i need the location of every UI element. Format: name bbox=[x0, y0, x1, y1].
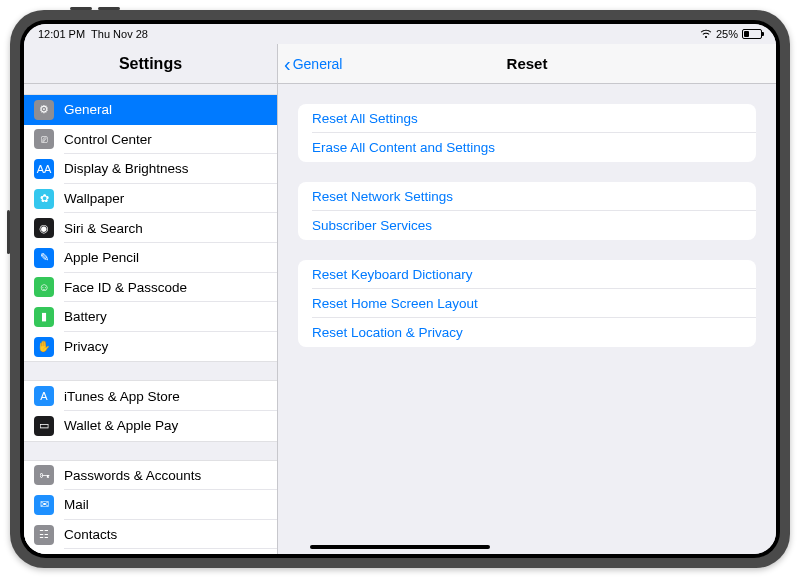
privacy-icon: ✋ bbox=[34, 337, 54, 357]
sidebar-item-contacts[interactable]: ☷Contacts bbox=[24, 520, 277, 550]
sidebar-item-label: Display & Brightness bbox=[64, 161, 189, 176]
battery-icon bbox=[742, 29, 762, 39]
sidebar-item-label: Apple Pencil bbox=[64, 250, 139, 265]
sidebar-item-label: General bbox=[64, 102, 112, 117]
back-label: General bbox=[293, 56, 343, 72]
control-center-icon: ⎚ bbox=[34, 129, 54, 149]
chevron-left-icon: ‹ bbox=[284, 54, 291, 74]
reset-option-reset-network-settings[interactable]: Reset Network Settings bbox=[298, 182, 756, 211]
wallpaper-icon: ✿ bbox=[34, 189, 54, 209]
sidebar-item-label: Contacts bbox=[64, 527, 117, 542]
detail-title: Reset bbox=[278, 55, 776, 72]
mail-icon: ✉ bbox=[34, 495, 54, 515]
contacts-icon: ☷ bbox=[34, 525, 54, 545]
volume-down-hw bbox=[98, 7, 120, 10]
faceid-icon: ☺ bbox=[34, 277, 54, 297]
reset-option-erase-all-content-and-settings[interactable]: Erase All Content and Settings bbox=[298, 133, 756, 162]
sidebar-list[interactable]: ⚙︎General⎚Control CenterAADisplay & Brig… bbox=[24, 84, 277, 554]
sidebar-item-privacy[interactable]: ✋Privacy bbox=[24, 332, 277, 362]
reset-option-reset-all-settings[interactable]: Reset All Settings bbox=[298, 104, 756, 133]
sidebar-item-label: Privacy bbox=[64, 339, 108, 354]
sidebar-item-passwords[interactable]: 🗝Passwords & Accounts bbox=[24, 461, 277, 491]
sidebar-item-label: Battery bbox=[64, 309, 107, 324]
home-indicator[interactable] bbox=[310, 545, 490, 549]
detail-pane: ‹ General Reset Reset All SettingsErase … bbox=[278, 44, 776, 554]
siri-icon: ◉ bbox=[34, 218, 54, 238]
status-right: 25% bbox=[700, 28, 762, 40]
sidebar-item-general[interactable]: ⚙︎General bbox=[24, 95, 277, 125]
sidebar-item-calendar[interactable]: ▭Calendar bbox=[24, 549, 277, 554]
sidebar-item-label: Wallet & Apple Pay bbox=[64, 418, 178, 433]
detail-navbar: ‹ General Reset bbox=[278, 44, 776, 84]
sidebar-item-label: Face ID & Passcode bbox=[64, 280, 187, 295]
sidebar-item-battery[interactable]: ▮Battery bbox=[24, 302, 277, 332]
sidebar-item-label: Mail bbox=[64, 497, 89, 512]
sidebar-item-label: Wallpaper bbox=[64, 191, 124, 206]
passwords-icon: 🗝 bbox=[34, 465, 54, 485]
wallet-icon: ▭ bbox=[34, 416, 54, 436]
sidebar-item-wallet[interactable]: ▭Wallet & Apple Pay bbox=[24, 411, 277, 441]
general-icon: ⚙︎ bbox=[34, 100, 54, 120]
status-battery-pct: 25% bbox=[716, 28, 738, 40]
sidebar-item-wallpaper[interactable]: ✿Wallpaper bbox=[24, 184, 277, 214]
sidebar-item-itunes[interactable]: AiTunes & App Store bbox=[24, 381, 277, 411]
reset-option-reset-home-screen-layout[interactable]: Reset Home Screen Layout bbox=[298, 289, 756, 318]
back-button[interactable]: ‹ General bbox=[278, 54, 342, 74]
reset-option-reset-keyboard-dictionary[interactable]: Reset Keyboard Dictionary bbox=[298, 260, 756, 289]
wifi-icon bbox=[700, 28, 712, 40]
split-view: Settings ⚙︎General⎚Control CenterAADispl… bbox=[24, 44, 776, 554]
sidebar-item-display[interactable]: AADisplay & Brightness bbox=[24, 154, 277, 184]
power-hw bbox=[7, 210, 10, 254]
sidebar-item-mail[interactable]: ✉Mail bbox=[24, 490, 277, 520]
sidebar-item-faceid[interactable]: ☺Face ID & Passcode bbox=[24, 273, 277, 303]
sidebar-item-siri[interactable]: ◉Siri & Search bbox=[24, 213, 277, 243]
screen-bezel: 12:01 PM Thu Nov 28 25% Settings ⚙︎Gener… bbox=[20, 20, 780, 558]
sidebar-item-control-center[interactable]: ⎚Control Center bbox=[24, 125, 277, 155]
volume-up-hw bbox=[70, 7, 92, 10]
screen: 12:01 PM Thu Nov 28 25% Settings ⚙︎Gener… bbox=[24, 24, 776, 554]
itunes-icon: A bbox=[34, 386, 54, 406]
sidebar-item-label: Siri & Search bbox=[64, 221, 143, 236]
sidebar-item-label: Control Center bbox=[64, 132, 152, 147]
status-date: Thu Nov 28 bbox=[91, 28, 148, 40]
sidebar-item-label: Passwords & Accounts bbox=[64, 468, 201, 483]
sidebar-item-apple-pencil[interactable]: ✎Apple Pencil bbox=[24, 243, 277, 273]
detail-content[interactable]: Reset All SettingsErase All Content and … bbox=[278, 84, 776, 554]
status-time: 12:01 PM bbox=[38, 28, 85, 40]
reset-option-subscriber-services[interactable]: Subscriber Services bbox=[298, 211, 756, 240]
status-left: 12:01 PM Thu Nov 28 bbox=[38, 28, 148, 40]
ipad-frame: 12:01 PM Thu Nov 28 25% Settings ⚙︎Gener… bbox=[10, 10, 790, 568]
reset-option-reset-location-privacy[interactable]: Reset Location & Privacy bbox=[298, 318, 756, 347]
status-bar: 12:01 PM Thu Nov 28 25% bbox=[24, 24, 776, 44]
settings-sidebar: Settings ⚙︎General⎚Control CenterAADispl… bbox=[24, 44, 278, 554]
sidebar-item-label: iTunes & App Store bbox=[64, 389, 180, 404]
display-icon: AA bbox=[34, 159, 54, 179]
battery-icon: ▮ bbox=[34, 307, 54, 327]
apple-pencil-icon: ✎ bbox=[34, 248, 54, 268]
sidebar-title: Settings bbox=[24, 44, 277, 84]
